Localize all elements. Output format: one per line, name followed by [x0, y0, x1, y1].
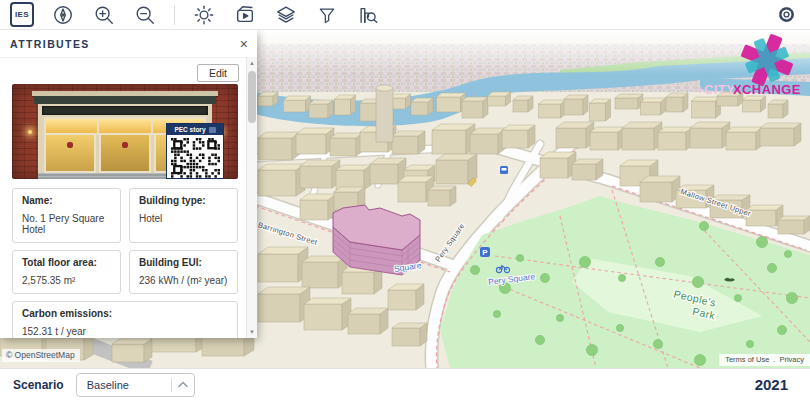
- osm-attribution[interactable]: © OpenStreetMap: [2, 349, 80, 362]
- qr-code: [170, 137, 222, 178]
- attribute-card-carbon: Carbon emissions: 152.31 t / year: [12, 301, 238, 338]
- sun-icon: [193, 4, 215, 26]
- field-label: Name:: [22, 195, 111, 206]
- panel-scrollbar[interactable]: ▲ ▼: [246, 57, 257, 338]
- scenario-label: Scenario: [13, 378, 64, 392]
- field-value: No. 1 Pery Square Hotel: [22, 213, 111, 235]
- close-icon[interactable]: ×: [240, 37, 248, 51]
- attribute-card-building-type: Building type: Hotel: [129, 188, 238, 243]
- layers-button[interactable]: [274, 3, 298, 27]
- scroll-up-icon[interactable]: ▲: [247, 60, 257, 66]
- transit-icon: [500, 166, 508, 174]
- bottom-bar: Scenario Baseline 2021: [0, 368, 810, 400]
- layers-icon: [275, 4, 297, 26]
- scroll-down-icon[interactable]: ▼: [247, 329, 257, 335]
- scenario-year: 2021: [755, 376, 788, 393]
- attribute-card-floor-area: Total floor area: 2,575.35 m²: [12, 250, 121, 294]
- field-value: 152.31 t / year: [22, 326, 228, 337]
- field-value: Hotel: [139, 213, 228, 224]
- panel-title: ATTRIBUTES: [10, 38, 90, 50]
- field-label: Building type:: [139, 195, 228, 206]
- zoom-in-icon: [93, 4, 115, 26]
- privacy-link[interactable]: Privacy: [779, 355, 804, 364]
- terms-link[interactable]: Terms of Use: [725, 355, 769, 364]
- legal-separator: .: [773, 355, 775, 364]
- field-label: Total floor area:: [22, 257, 111, 268]
- attributes-panel: ATTRIBUTES × Edit: [0, 30, 257, 338]
- zoom-out-button[interactable]: [133, 3, 157, 27]
- scenario-value: Baseline: [77, 379, 171, 391]
- chart-search-icon: [357, 4, 379, 26]
- qr-badge-label: PEC story: [174, 126, 205, 133]
- legal-links: Terms of Use . Privacy: [719, 354, 810, 366]
- filter-button[interactable]: [315, 3, 339, 27]
- field-label: Carbon emissions:: [22, 308, 228, 319]
- edit-button[interactable]: Edit: [197, 64, 239, 82]
- lantern-light: [28, 130, 32, 134]
- video-player-icon: [234, 4, 256, 26]
- logo-text-dark: XCHANGE: [733, 82, 801, 97]
- settings-button[interactable]: [774, 3, 798, 27]
- attributes-panel-header: ATTRIBUTES ×: [0, 30, 257, 58]
- field-value: 2,575.35 m²: [22, 275, 111, 286]
- qr-link-icon: [209, 127, 216, 133]
- video-player-button[interactable]: [233, 3, 257, 27]
- gear-icon: [776, 4, 797, 25]
- scrollbar-thumb[interactable]: [248, 71, 256, 123]
- main-toolbar: IES: [0, 0, 810, 30]
- attributes-panel-body: Edit: [0, 57, 246, 338]
- chart-explorer-button[interactable]: [356, 3, 380, 27]
- building-photo: PEC story: [12, 84, 238, 179]
- toolbar-divider: [174, 5, 175, 25]
- attribute-cards: Name: No. 1 Pery Square Hotel Building t…: [12, 188, 238, 338]
- filter-icon: [317, 5, 337, 25]
- zoom-in-button[interactable]: [92, 3, 116, 27]
- compass-icon: [52, 4, 74, 26]
- chevron-up-icon[interactable]: [172, 381, 194, 388]
- field-label: Building EUI:: [139, 257, 228, 268]
- field-value: 236 kWh / (m² year): [139, 275, 228, 286]
- pec-story-qr[interactable]: PEC story: [166, 123, 224, 179]
- scenario-dropdown[interactable]: Baseline: [76, 373, 195, 397]
- ies-logo-button[interactable]: IES: [10, 3, 34, 27]
- attribute-card-eui: Building EUI: 236 kWh / (m² year): [129, 250, 238, 294]
- tower-building: [376, 85, 393, 142]
- svg-text:P: P: [482, 248, 488, 257]
- attribute-card-name: Name: No. 1 Pery Square Hotel: [12, 188, 121, 243]
- zoom-out-icon: [134, 4, 156, 26]
- parking-icon: P: [480, 247, 490, 257]
- sun-shadows-button[interactable]: [192, 3, 216, 27]
- logo-text-light: +CITY: [696, 82, 735, 97]
- ies-logo-icon: IES: [10, 2, 34, 27]
- application-window: IES: [0, 0, 810, 400]
- compass-button[interactable]: [51, 3, 75, 27]
